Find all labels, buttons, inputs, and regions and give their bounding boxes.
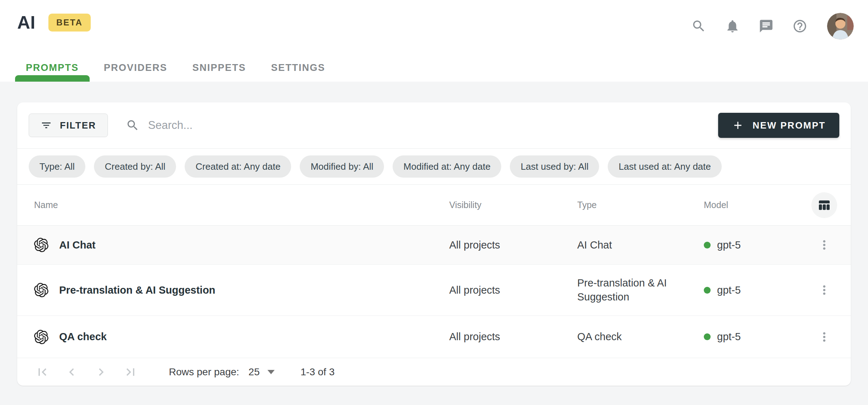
filter-icon xyxy=(41,120,52,131)
last-page-icon xyxy=(123,365,138,380)
prompt-name: AI Chat xyxy=(59,239,96,251)
chip-modified-by[interactable]: Modified by: All xyxy=(300,155,384,178)
row-menu-button[interactable] xyxy=(814,280,834,300)
tab-bar: PROMPTS PROVIDERS SNIPPETS SETTINGS xyxy=(15,54,336,82)
toolbar: FILTER NEW PROMPT xyxy=(17,102,851,148)
row-menu-button[interactable] xyxy=(814,235,834,255)
model-status-dot xyxy=(704,287,711,294)
new-prompt-button[interactable]: NEW PROMPT xyxy=(718,113,839,138)
chip-created-by[interactable]: Created by: All xyxy=(94,155,176,178)
chat-icon[interactable] xyxy=(758,18,775,35)
model-name: gpt-5 xyxy=(717,239,741,251)
row-menu-button[interactable] xyxy=(814,327,834,347)
prompt-name: Pre-translation & AI Suggestion xyxy=(59,284,215,296)
help-icon[interactable] xyxy=(791,18,808,35)
next-page-button[interactable] xyxy=(93,364,109,380)
chevron-left-icon xyxy=(64,365,79,380)
rows-per-page-select[interactable]: 25 xyxy=(248,366,275,378)
openai-icon xyxy=(34,238,48,252)
new-prompt-label: NEW PROMPT xyxy=(753,120,826,131)
search-icon xyxy=(126,119,139,132)
rows-per-page-value: 25 xyxy=(248,366,260,378)
plus-icon xyxy=(732,119,744,131)
kebab-icon xyxy=(817,283,831,297)
type-cell: Pre-translation & AI Suggestion xyxy=(577,276,704,304)
tab-providers[interactable]: PROVIDERS xyxy=(93,54,178,82)
tab-prompts[interactable]: PROMPTS xyxy=(15,54,90,82)
model-status-dot xyxy=(704,242,711,249)
chip-modified-at[interactable]: Modified at: Any date xyxy=(393,155,501,178)
column-header-model: Model xyxy=(704,200,798,210)
column-header-name: Name xyxy=(17,200,449,210)
openai-icon xyxy=(34,283,48,297)
visibility-cell: All projects xyxy=(449,284,577,296)
caret-down-icon xyxy=(267,370,275,374)
beta-badge: BETA xyxy=(48,14,91,32)
table-header: Name Visibility Type Model xyxy=(17,185,851,226)
type-cell: QA check xyxy=(577,330,704,344)
visibility-cell: All projects xyxy=(449,239,577,251)
chip-type[interactable]: Type: All xyxy=(29,155,85,178)
table-row[interactable]: Pre-translation & AI Suggestion All proj… xyxy=(17,265,851,316)
prompts-card: FILTER NEW PROMPT Type: All Created by: … xyxy=(17,102,851,386)
search-box xyxy=(126,119,718,132)
first-page-button[interactable] xyxy=(34,364,51,380)
filter-button[interactable]: FILTER xyxy=(29,114,108,137)
bell-icon[interactable] xyxy=(724,18,741,35)
last-page-button[interactable] xyxy=(122,364,139,380)
kebab-icon xyxy=(817,330,831,344)
first-page-icon xyxy=(35,365,50,380)
top-actions xyxy=(690,13,854,39)
tab-settings[interactable]: SETTINGS xyxy=(260,54,336,82)
chevron-right-icon xyxy=(94,365,109,380)
model-name: gpt-5 xyxy=(717,331,741,343)
kebab-icon xyxy=(817,238,831,252)
type-cell: AI Chat xyxy=(577,238,704,252)
chip-created-at[interactable]: Created at: Any date xyxy=(185,155,291,178)
filter-button-label: FILTER xyxy=(60,120,96,131)
brand: AI BETA xyxy=(17,12,91,33)
previous-page-button[interactable] xyxy=(63,364,80,380)
openai-icon xyxy=(34,330,48,344)
rows-per-page-label: Rows per page: xyxy=(169,366,239,378)
chip-last-used-by[interactable]: Last used by: All xyxy=(510,155,599,178)
search-input[interactable] xyxy=(148,119,471,132)
top-bar: AI BETA xyxy=(0,0,868,82)
visibility-cell: All projects xyxy=(449,331,577,343)
table-row[interactable]: AI Chat All projects AI Chat gpt-5 xyxy=(17,226,851,265)
model-status-dot xyxy=(704,333,711,340)
column-header-type: Type xyxy=(577,198,704,212)
column-picker-button[interactable] xyxy=(811,192,837,218)
model-name: gpt-5 xyxy=(717,284,741,296)
column-header-visibility: Visibility xyxy=(449,200,577,210)
app-logo: AI xyxy=(17,12,35,33)
filter-chips-row: Type: All Created by: All Created at: An… xyxy=(17,149,851,184)
search-icon[interactable] xyxy=(690,18,707,35)
user-avatar[interactable] xyxy=(827,13,854,39)
table-row[interactable]: QA check All projects QA check gpt-5 xyxy=(17,316,851,358)
prompt-name: QA check xyxy=(59,331,107,343)
table-columns-icon xyxy=(817,198,831,212)
tab-snippets[interactable]: SNIPPETS xyxy=(182,54,257,82)
pagination-bar: Rows per page: 25 1-3 of 3 xyxy=(17,358,851,386)
chip-last-used-at[interactable]: Last used at: Any date xyxy=(608,155,721,178)
pagination-range: 1-3 of 3 xyxy=(300,366,335,378)
